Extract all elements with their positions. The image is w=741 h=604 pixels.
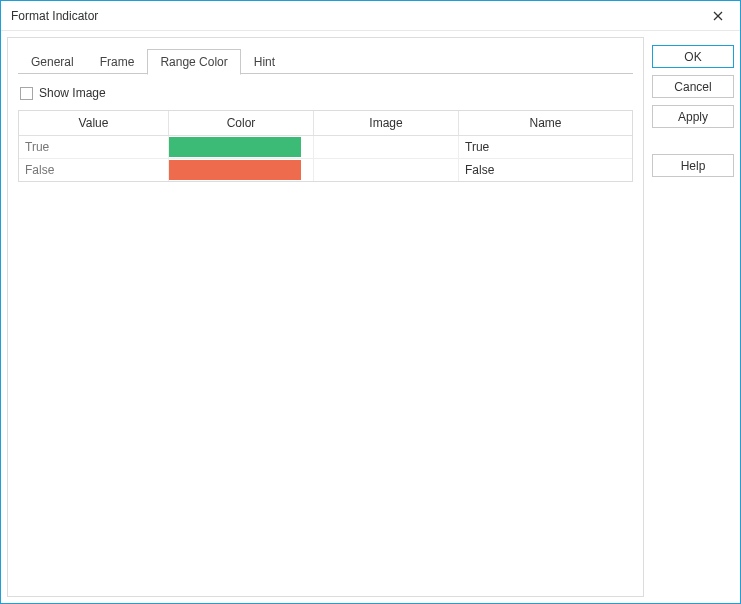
cell-image[interactable]: [314, 136, 459, 158]
cell-color[interactable]: [169, 159, 314, 181]
right-panel: OK Cancel Apply Help: [644, 37, 734, 597]
cell-color[interactable]: [169, 136, 314, 158]
tab-general[interactable]: General: [18, 49, 87, 75]
titlebar-title: Format Indicator: [11, 9, 98, 23]
dialog-body: General Frame Range Color Hint Show Imag…: [1, 31, 740, 603]
button-gap: [652, 135, 734, 147]
cell-name[interactable]: False: [459, 159, 632, 181]
table-row[interactable]: True True: [19, 136, 632, 159]
th-name[interactable]: Name: [459, 111, 632, 135]
titlebar: Format Indicator: [1, 1, 740, 31]
th-image[interactable]: Image: [314, 111, 459, 135]
tab-hint[interactable]: Hint: [241, 49, 288, 75]
show-image-label: Show Image: [39, 86, 106, 100]
tab-range-color[interactable]: Range Color: [147, 49, 240, 75]
close-icon[interactable]: [706, 4, 730, 28]
table-header: Value Color Image Name: [19, 111, 632, 136]
th-value[interactable]: Value: [19, 111, 169, 135]
help-button[interactable]: Help: [652, 154, 734, 177]
cell-name[interactable]: True: [459, 136, 632, 158]
cell-value[interactable]: True: [19, 136, 169, 158]
show-image-checkbox[interactable]: [20, 87, 33, 100]
cancel-button[interactable]: Cancel: [652, 75, 734, 98]
ok-button[interactable]: OK: [652, 45, 734, 68]
apply-button[interactable]: Apply: [652, 105, 734, 128]
table-row[interactable]: False False: [19, 159, 632, 181]
range-color-table: Value Color Image Name True True False: [18, 110, 633, 182]
cell-value[interactable]: False: [19, 159, 169, 181]
th-color[interactable]: Color: [169, 111, 314, 135]
main-panel: General Frame Range Color Hint Show Imag…: [7, 37, 644, 597]
color-swatch: [169, 137, 301, 157]
tab-frame[interactable]: Frame: [87, 49, 148, 75]
color-swatch: [169, 160, 301, 180]
cell-image[interactable]: [314, 159, 459, 181]
show-image-checkbox-row: Show Image: [18, 86, 633, 110]
tabs: General Frame Range Color Hint: [18, 48, 633, 74]
